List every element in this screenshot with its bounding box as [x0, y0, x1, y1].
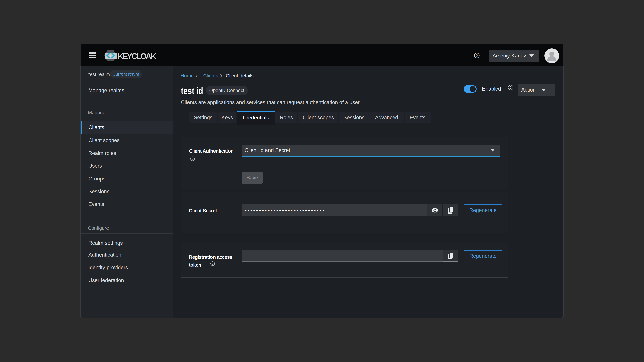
svg-text:?: ?: [212, 262, 214, 266]
svg-text:?: ?: [476, 54, 478, 57]
svg-text:?: ?: [510, 86, 512, 89]
svg-text:KEYCLOAK: KEYCLOAK: [118, 52, 156, 61]
svg-text:?: ?: [192, 157, 194, 161]
